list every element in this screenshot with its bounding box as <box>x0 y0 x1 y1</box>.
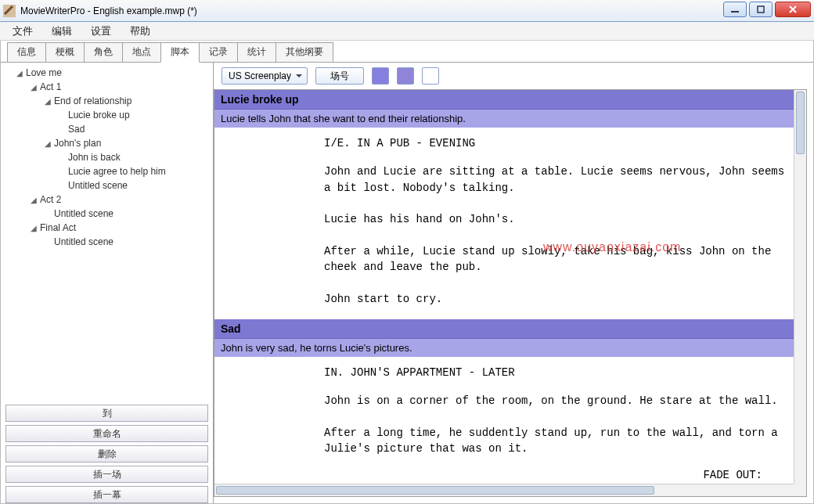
script-toolbar: US Screenplay 场号 <box>214 63 813 89</box>
scene-title[interactable]: Sad <box>214 319 794 339</box>
script-editor-frame: Lucie broke up Lucie tells John that she… <box>214 89 807 497</box>
tree-final-act[interactable]: ◢Final Act <box>1 221 213 235</box>
tree-root[interactable]: ◢Love me <box>1 66 213 80</box>
format-select[interactable]: US Screenplay <box>222 67 308 85</box>
scene-body[interactable]: John and Lucie are sitting at a table. L… <box>214 164 794 319</box>
tab-script[interactable]: 脚本 <box>160 42 200 63</box>
collapse-icon: ◢ <box>29 196 38 204</box>
tab-characters[interactable]: 角色 <box>84 42 123 62</box>
tree-act2[interactable]: ◢Act 2 <box>1 193 213 207</box>
script-editor[interactable]: Lucie broke up Lucie tells John that she… <box>214 90 794 484</box>
sidebar: ◢Love me ◢Act 1 ◢End of relationship Luc… <box>1 63 214 503</box>
menu-file[interactable]: 文件 <box>5 22 41 41</box>
tab-locations[interactable]: 地点 <box>122 42 161 62</box>
insert-scene-button[interactable]: 插一场 <box>5 466 208 483</box>
rename-button[interactable]: 重命名 <box>5 425 208 442</box>
vertical-scrollbar[interactable] <box>794 90 806 484</box>
tree-untitled-1[interactable]: Untitled scene <box>1 178 213 193</box>
menu-edit[interactable]: 编辑 <box>44 22 80 41</box>
menu-settings[interactable]: 设置 <box>83 22 119 41</box>
scene-slugline[interactable]: I/E. IN A PUB - EVENING <box>214 128 794 164</box>
scrollbar-thumb[interactable] <box>796 92 805 154</box>
color-swatch-3[interactable] <box>422 67 439 85</box>
scene-number-button[interactable]: 场号 <box>315 67 364 85</box>
collapse-icon: ◢ <box>43 97 52 106</box>
scrollbar-corner <box>794 484 806 496</box>
scene-title[interactable]: Lucie broke up <box>214 90 794 110</box>
tab-strip: 信息 梗概 角色 地点 脚本 记录 统计 其他纲要 <box>1 41 813 63</box>
goto-button[interactable]: 到 <box>5 405 208 422</box>
color-swatch-2[interactable] <box>397 67 414 85</box>
tree-sad[interactable]: Sad <box>1 122 213 136</box>
insert-act-button[interactable]: 插一幕 <box>5 486 208 503</box>
scene-description[interactable]: Lucie tells John that she want to end th… <box>214 110 794 128</box>
collapse-icon: ◢ <box>43 139 52 148</box>
close-button[interactable] <box>775 2 811 17</box>
app-icon <box>3 5 16 17</box>
outline-tree[interactable]: ◢Love me ◢Act 1 ◢End of relationship Luc… <box>1 63 213 401</box>
minimize-button[interactable] <box>723 2 747 17</box>
menu-help[interactable]: 帮助 <box>122 22 158 41</box>
horizontal-scrollbar[interactable] <box>214 484 794 496</box>
color-swatch-1[interactable] <box>372 67 389 85</box>
collapse-icon: ◢ <box>29 224 38 232</box>
tab-info[interactable]: 信息 <box>7 42 46 62</box>
tree-act1[interactable]: ◢Act 1 <box>1 80 213 94</box>
scene-transition[interactable]: FADE OUT: <box>214 469 794 481</box>
tab-outline[interactable]: 其他纲要 <box>276 42 333 62</box>
window-title: MovieWriterPro - English example.mwp (*) <box>20 5 197 16</box>
tab-stats[interactable]: 统计 <box>237 42 276 62</box>
collapse-icon: ◢ <box>29 83 38 92</box>
tree-lucie-agree[interactable]: Lucie agree to help him <box>1 164 213 178</box>
format-select-label: US Screenplay <box>229 70 291 81</box>
tree-untitled-2[interactable]: Untitled scene <box>1 207 213 221</box>
scrollbar-thumb[interactable] <box>216 486 654 495</box>
tree-lucie-broke-up[interactable]: Lucie broke up <box>1 108 213 122</box>
scene-slugline[interactable]: IN. JOHN'S APPARTMENT - LATER <box>214 357 794 393</box>
svg-rect-1 <box>731 11 739 13</box>
tree-end-of-relationship[interactable]: ◢End of relationship <box>1 94 213 108</box>
maximize-button[interactable] <box>749 2 773 17</box>
window-controls <box>723 2 811 17</box>
menu-bar: 文件 编辑 设置 帮助 <box>0 22 814 41</box>
script-pane: US Screenplay 场号 Lucie broke up Lucie te… <box>214 63 813 503</box>
delete-button[interactable]: 删除 <box>5 445 208 463</box>
tree-untitled-3[interactable]: Untitled scene <box>1 235 213 249</box>
collapse-icon: ◢ <box>15 69 24 77</box>
svg-rect-2 <box>758 6 764 13</box>
tab-log[interactable]: 记录 <box>199 42 238 62</box>
tree-johns-plan[interactable]: ◢John's plan <box>1 136 213 150</box>
tab-synopsis[interactable]: 梗概 <box>45 42 85 62</box>
scene-body[interactable]: John is on a corner of the room, on the … <box>214 393 794 469</box>
title-bar: MovieWriterPro - English example.mwp (*) <box>0 0 814 22</box>
scene-description[interactable]: John is very sad, he torns Lucie's pictu… <box>214 339 794 357</box>
tree-john-is-back[interactable]: John is back <box>1 150 213 164</box>
sidebar-buttons: 到 重命名 删除 插一场 插一幕 <box>1 401 213 503</box>
